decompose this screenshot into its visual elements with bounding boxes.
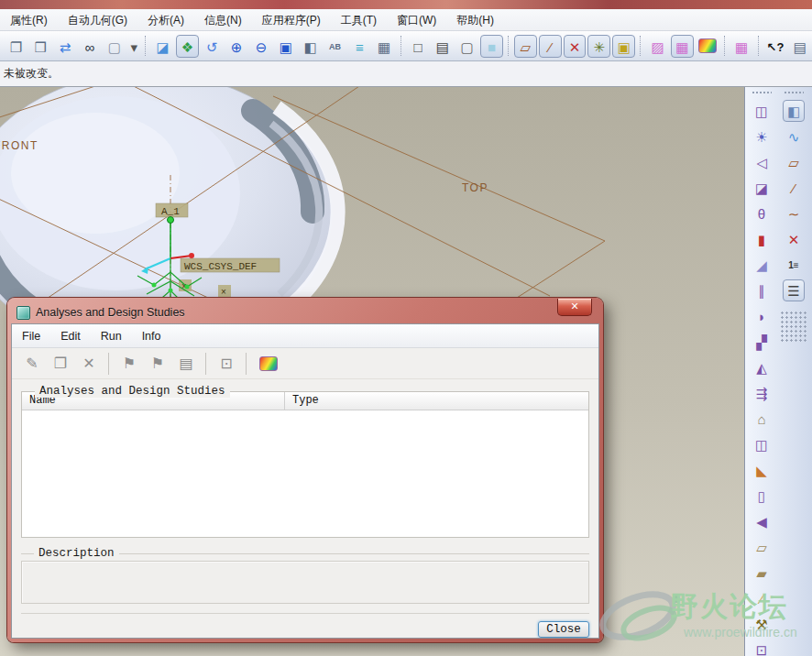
marker-tag: × [221,287,226,297]
orient-mode-icon[interactable]: ↺ [201,35,224,58]
dialog-menu-run[interactable]: Run [91,325,132,347]
offset-plane-icon[interactable]: ◫ [751,100,773,122]
datum-point-icon[interactable]: ✕ [783,228,805,250]
zoom-out-icon[interactable]: ⊖ [250,35,273,58]
saved-views-icon[interactable]: AB [324,35,346,58]
hidden-line-icon[interactable]: ▤ [431,35,454,58]
draft-surface-icon[interactable]: ◢ [751,254,773,276]
results-icon[interactable] [259,356,278,371]
csys-display-icon[interactable]: ✳ [587,35,610,58]
menu-analysis[interactable]: 分析(A) [137,10,194,30]
datum-plane-display-icon[interactable]: ▱ [514,35,537,58]
pattern-arrows-icon[interactable]: ⇶ [751,382,773,404]
menu-help[interactable]: 帮助(H) [446,10,504,30]
annotation-display-icon[interactable]: ▣ [612,35,635,58]
plane-project-icon[interactable]: ◪ [751,177,773,199]
view-manager-icon[interactable]: ▦ [373,35,396,58]
shade-view-icon[interactable]: ◧ [783,100,805,122]
truss-frame-icon[interactable]: ◭ [751,356,773,378]
context-help-icon[interactable]: ↖? [764,35,787,58]
point-display-icon[interactable]: ✕ [564,35,587,58]
close-button[interactable]: Close [538,621,589,638]
analyses-list[interactable] [22,410,588,537]
copy-analysis-icon[interactable]: ❐ [49,353,71,375]
edit-analysis-icon[interactable]: ✎ [21,353,43,375]
dialog-titlebar[interactable]: Analyses and Design Studies ✕ [11,301,599,323]
menu-info[interactable]: 信息(N) [194,10,252,30]
component-display-icon[interactable]: ▦ [671,35,694,58]
copy-icon[interactable]: ❐ [5,35,27,58]
csys-tag-label[interactable]: WCS_CSYS_DEF [184,261,257,272]
delete-analysis-icon[interactable]: ✕ [78,353,100,375]
selection-filter-icon[interactable]: ▢ [103,35,126,58]
toolbar-separator [145,36,147,56]
menu-applications[interactable]: 应用程序(P) [252,10,331,30]
application-window: 属性(R) 自动几何(G) 分析(A) 信息(N) 应用程序(P) 工具(T) … [0,0,812,656]
thermal-load-icon[interactable]: ▮ [751,228,773,250]
toolbar-drag-handle[interactable] [752,91,772,95]
freeform-surface-icon[interactable]: ◗ [751,305,773,327]
dialog-menu-edit[interactable]: Edit [50,325,91,347]
refit-icon[interactable]: ▣ [274,35,297,58]
dialog-menu-file[interactable]: File [12,325,50,347]
model-notes-icon[interactable]: ▤ [788,35,811,58]
datum-plane-icon[interactable]: ▱ [783,151,805,173]
facet-display-icon[interactable]: ▨ [646,35,669,58]
column-header-type[interactable]: Type [285,392,588,410]
parallel-planes-icon[interactable]: ∥ [751,279,773,301]
flag-all-icon[interactable]: ⚑ [118,353,140,375]
axis-tag-label[interactable]: A_1 [161,206,180,217]
enhanced-realism-icon[interactable] [698,38,717,53]
book-bend-icon[interactable]: ◫ [751,433,773,455]
weight-load-icon[interactable]: ⌂ [751,408,773,430]
model-highlight [11,113,180,234]
blend-surface-icon[interactable]: ▞ [751,331,773,353]
find-icon[interactable]: ∞ [79,35,102,58]
no-hidden-icon[interactable]: ▢ [455,35,478,58]
top-plane-label[interactable]: TOP [462,181,488,194]
paste-icon[interactable]: ❒ [29,35,52,58]
view-orientation-icon[interactable]: ◧ [299,35,322,58]
dialog-body: File Edit Run Info ✎ ❐ ✕ ⚑ ⚑ ▤ ⊡ Analyse… [11,323,599,639]
display-study-icon[interactable]: ⊡ [215,353,237,375]
datum-axis-display-icon[interactable]: ⁄ [539,35,562,58]
shaded-icon[interactable]: ■ [480,35,503,58]
dialog-menu-info[interactable]: Info [132,325,171,347]
corner-relief-icon[interactable]: ◣ [751,459,773,481]
spin-center-icon[interactable]: ❖ [176,35,199,58]
numbered-list-icon[interactable]: 1≡ [783,254,805,276]
view-angle-icon[interactable]: ◁ [751,151,773,173]
toolbar-dock-area [780,311,807,342]
datum-curve-icon[interactable]: ∼ [783,202,805,224]
menu-properties[interactable]: 属性(R) [0,10,58,30]
menu-auto-geometry[interactable]: 自动几何(G) [58,10,137,30]
repaint-icon[interactable]: ◪ [151,35,174,58]
wireframe-icon[interactable]: □ [407,35,430,58]
simplified-rep-icon[interactable]: ▦ [730,35,753,58]
toolbar-separator [108,353,110,375]
menu-tools[interactable]: 工具(T) [331,10,387,30]
plane-angle-icon[interactable]: θ [751,202,773,224]
toolbar-drag-handle[interactable] [784,91,804,95]
menu-window[interactable]: 窗口(W) [387,10,446,30]
front-plane-label[interactable]: FRONT [0,139,38,152]
description-field[interactable] [21,561,589,604]
style-curve-icon[interactable]: ∿ [783,126,805,148]
datum-axis-icon[interactable]: ⁄ [783,177,805,199]
selection-dropdown-icon[interactable]: ▾ [127,35,140,58]
wall-frame-icon[interactable]: ▯ [751,485,773,507]
dialog-close-icon[interactable]: ✕ [557,299,592,316]
status-message: 未被改变。 [4,67,59,80]
flag-one-icon[interactable]: ⚑ [147,353,169,375]
tag-note-icon[interactable]: ▱ [751,536,773,558]
zoom-in-icon[interactable]: ⊕ [225,35,248,58]
feature-list-icon[interactable]: ☰ [783,279,805,301]
regenerate-icon[interactable]: ⇄ [54,35,77,58]
analyses-groupbox: Analyses and Design Studies Name Type [21,391,589,538]
point-direction-icon[interactable]: ◀ [751,510,773,532]
layers-icon[interactable]: ≡ [348,35,371,58]
light-rays-icon[interactable]: ☀ [751,126,773,148]
right-toolbar: ◫ ☀ ◁ ◪ θ ▮ ◢ ∥ ◗ ▞ ◭ ⇶ ⌂ ◫ ◣ ▯ ◀ ▱ ▰ ∕ … [744,87,812,656]
options-list-icon[interactable]: ▤ [175,353,197,375]
window-titlebar[interactable] [0,0,812,9]
